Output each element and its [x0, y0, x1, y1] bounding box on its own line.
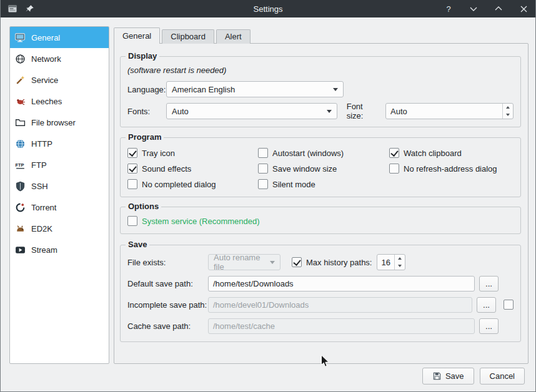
font-size-spinbox[interactable]	[385, 103, 514, 119]
fonts-row: Fonts: Auto Font size:	[127, 103, 514, 119]
http-icon	[14, 137, 26, 150]
sidebar-item-network[interactable]: Network	[10, 48, 109, 69]
sidebar-item-ssh[interactable]: SSH	[10, 175, 109, 197]
program-group: Program Tray icon Autostart (windows) Wa…	[120, 137, 521, 197]
sidebar-item-label: Torrent	[31, 203, 56, 212]
chevron-down-icon	[270, 261, 275, 264]
sidebar-item-ed2k[interactable]: ED2K	[10, 218, 109, 239]
checkbox-label: Save window size	[272, 164, 337, 174]
dialog-footer: Save Cancel	[422, 368, 525, 385]
spin-down-button[interactable]	[395, 262, 405, 270]
tab-clipboard[interactable]: Clipboard	[162, 29, 214, 44]
max-history-spinbox[interactable]	[377, 254, 405, 270]
checkbox-box	[258, 164, 268, 174]
sidebar-item-torrent[interactable]: Torrent	[10, 197, 109, 218]
save-button[interactable]: Save	[422, 368, 474, 385]
pin-icon[interactable]	[24, 3, 36, 14]
font-size-label: Font size:	[347, 102, 382, 120]
settings-window: Settings ? General Network Service	[0, 0, 536, 392]
checkbox-sound-effects[interactable]: Sound effects	[127, 164, 258, 174]
checkbox-silent-mode[interactable]: Silent mode	[258, 179, 389, 189]
language-row: Language: American English	[127, 81, 514, 97]
sidebar: General Network Service Leeches File bro…	[9, 26, 109, 364]
fonts-label: Fonts:	[127, 107, 166, 116]
checkbox-system-service[interactable]: System service (Recommended)	[127, 216, 514, 226]
program-group-title: Program	[126, 132, 164, 142]
checkbox-label: No completed dialog	[142, 180, 216, 189]
checkbox-box	[127, 164, 137, 174]
tab-content-frame: Display (software restart is needed) Lan…	[114, 43, 529, 364]
checkbox-max-history[interactable]: Max history paths:	[292, 257, 372, 267]
checkbox-autostart[interactable]: Autostart (windows)	[258, 148, 389, 158]
chevron-down-icon	[333, 88, 338, 91]
tab-general[interactable]: General	[114, 27, 160, 44]
help-button[interactable]: ?	[443, 3, 454, 14]
svg-text:FTP: FTP	[15, 162, 24, 168]
spin-up-button[interactable]	[395, 255, 405, 262]
sidebar-item-general[interactable]: General	[10, 27, 109, 48]
default-path-label: Default save path:	[127, 279, 208, 288]
leeches-icon	[14, 95, 26, 107]
minimize-button[interactable]	[468, 3, 479, 14]
window-controls: ?	[443, 3, 529, 14]
checkbox-tray-icon[interactable]: Tray icon	[127, 148, 258, 158]
mouse-cursor	[320, 355, 330, 370]
close-button[interactable]	[518, 3, 529, 14]
checkbox-label: System service (Recommended)	[142, 217, 260, 226]
language-select[interactable]: American English	[166, 81, 344, 97]
checkbox-box	[258, 179, 268, 189]
spin-down-button[interactable]	[503, 111, 513, 119]
cache-path-input	[208, 318, 475, 334]
checkbox-no-completed-dialog[interactable]: No completed dialog	[127, 179, 258, 189]
fonts-select[interactable]: Auto	[166, 103, 337, 119]
incomplete-path-checkbox[interactable]	[504, 300, 514, 310]
file-browser-icon	[14, 116, 26, 129]
browse-incomplete-path-button[interactable]: ...	[477, 297, 496, 313]
default-path-input[interactable]	[208, 276, 475, 292]
display-group-title: Display	[126, 51, 159, 61]
browse-cache-path-button[interactable]: ...	[479, 318, 499, 334]
cache-path-label: Cache save path:	[127, 321, 208, 331]
checkbox-label: Autostart (windows)	[272, 149, 344, 158]
font-size-input[interactable]	[386, 104, 513, 119]
cache-path-row: Cache save path: ...	[127, 318, 514, 334]
checkbox-no-refresh-address[interactable]: No refresh-address dialog	[389, 164, 514, 174]
file-exists-label: File exists:	[127, 258, 208, 267]
sidebar-item-http[interactable]: HTTP	[10, 133, 109, 154]
language-label: Language:	[127, 85, 166, 94]
options-group: Options System service (Recommended)	[120, 207, 521, 234]
sidebar-item-leeches[interactable]: Leeches	[10, 91, 109, 112]
sidebar-item-ftp[interactable]: FTP FTP	[10, 154, 109, 175]
file-exists-select: Auto rename file	[208, 254, 280, 270]
app-icon	[7, 3, 18, 14]
display-group: Display (software restart is needed) Lan…	[120, 56, 521, 127]
default-path-row: Default save path: ...	[127, 275, 514, 292]
sidebar-item-service[interactable]: Service	[10, 69, 109, 91]
spin-up-button[interactable]	[503, 104, 513, 111]
fonts-value: Auto	[172, 107, 189, 116]
sidebar-item-file-browser[interactable]: File browser	[10, 112, 109, 133]
max-history-spin-arrows	[394, 255, 405, 270]
titlebar: Settings ?	[1, 0, 535, 17]
service-icon	[14, 74, 26, 86]
network-icon	[14, 52, 26, 65]
file-exists-value: Auto rename file	[214, 253, 270, 272]
checkbox-label: Tray icon	[142, 149, 175, 158]
sidebar-item-label: General	[31, 33, 60, 42]
checkbox-box	[127, 216, 137, 226]
torrent-icon	[14, 201, 26, 213]
sidebar-item-label: HTTP	[31, 139, 52, 149]
sidebar-item-label: Network	[31, 54, 61, 64]
cancel-button[interactable]: Cancel	[480, 368, 525, 385]
tab-alert[interactable]: Alert	[216, 29, 251, 44]
sidebar-item-label: Stream	[31, 245, 57, 255]
sidebar-item-stream[interactable]: Stream	[10, 239, 109, 260]
sidebar-item-label: ED2K	[31, 224, 52, 233]
sidebar-item-label: Service	[31, 76, 58, 85]
checkbox-save-window-size[interactable]: Save window size	[258, 164, 389, 174]
checkbox-watch-clipboard[interactable]: Watch clipboard	[389, 148, 514, 158]
checkbox-label: Silent mode	[272, 180, 315, 189]
browse-default-path-button[interactable]: ...	[479, 276, 499, 292]
maximize-button[interactable]	[493, 3, 504, 14]
stream-icon	[14, 243, 26, 256]
